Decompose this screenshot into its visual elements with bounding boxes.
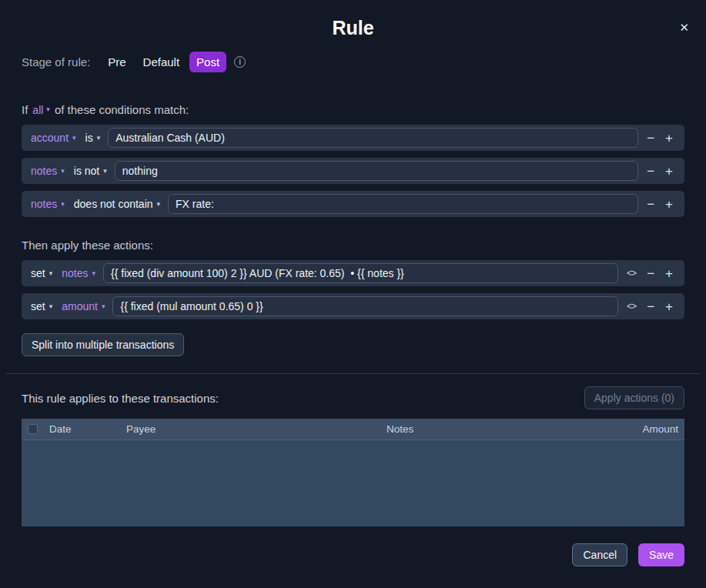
add-condition-button[interactable]: + [663,165,675,178]
condition-row: notes ▾ is not ▾ − + [22,158,684,184]
section-divider [5,373,701,374]
chevron-down-icon: ▾ [157,201,161,208]
conditions-intro: If all ▾ of these conditions match: [22,103,684,116]
plus-icon: + [665,164,673,179]
split-transactions-button[interactable]: Split into multiple transactions [22,333,184,356]
action-row: set ▾ amount ▾ <> − + [22,293,684,319]
action-value-input[interactable] [112,296,618,316]
stage-option-post[interactable]: Post [189,52,226,72]
condition-row: account ▾ is ▾ − + [22,125,684,151]
condition-value-input[interactable] [168,194,638,214]
condition-field-select[interactable]: account ▾ [29,132,78,144]
action-field-select[interactable]: amount ▾ [60,300,106,312]
save-button[interactable]: Save [638,543,684,566]
actions-label: Then apply these actions: [22,239,684,252]
stage-label: Stage of rule: [22,55,90,68]
transactions-label: This rule applies to these transactions: [22,392,219,405]
add-condition-button[interactable]: + [663,132,675,145]
stage-option-default[interactable]: Default [136,52,187,72]
chevron-down-icon: ▾ [61,168,65,175]
minus-icon: − [647,197,654,212]
match-op-select[interactable]: all ▾ [32,104,50,116]
condition-field-select[interactable]: notes ▾ [29,198,66,210]
code-icon: <> [627,268,636,279]
chevron-down-icon: ▾ [49,303,53,310]
column-header-payee: Payee [126,423,380,435]
minus-icon: − [647,299,654,314]
template-code-button[interactable]: <> [624,302,638,311]
template-code-button[interactable]: <> [624,269,638,278]
page-title: Rule [22,0,684,39]
condition-op-select[interactable]: does not contain ▾ [72,198,162,210]
close-button[interactable]: ✕ [679,22,689,33]
remove-condition-button[interactable]: − [644,198,657,211]
condition-op-select[interactable]: is ▾ [84,132,102,144]
condition-value-input[interactable] [115,161,638,181]
stage-row: Stage of rule: Pre Default Post i [22,52,684,72]
cancel-button[interactable]: Cancel [572,543,627,566]
action-op-select[interactable]: set ▾ [29,300,54,312]
plus-icon: + [665,299,673,314]
action-row: set ▾ notes ▾ <> − + [22,260,684,286]
chevron-down-icon: ▾ [46,106,50,113]
condition-row: notes ▾ does not contain ▾ − + [22,191,684,217]
chevron-down-icon: ▾ [102,303,105,310]
plus-icon: + [665,131,673,145]
chevron-down-icon: ▾ [103,168,107,175]
remove-action-button[interactable]: − [644,300,657,313]
plus-icon: + [665,266,673,281]
condition-value-input[interactable] [108,128,638,148]
add-action-button[interactable]: + [663,267,675,280]
chevron-down-icon: ▾ [92,270,95,277]
conditions-suffix: of these conditions match: [55,103,189,116]
info-icon[interactable]: i [234,56,246,68]
minus-icon: − [647,266,654,281]
plus-icon: + [665,197,673,212]
table-body-empty [22,440,684,526]
chevron-down-icon: ▾ [49,270,53,277]
minus-icon: − [647,131,654,145]
add-action-button[interactable]: + [663,300,675,313]
minus-icon: − [647,164,654,179]
action-rows: set ▾ notes ▾ <> − + set ▾ amount ▾ <> − [22,260,684,319]
action-value-input[interactable] [103,263,618,283]
select-all-checkbox[interactable] [28,424,38,434]
remove-condition-button[interactable]: − [644,132,657,145]
transactions-header: This rule applies to these transactions:… [22,386,684,409]
action-field-select[interactable]: notes ▾ [60,267,97,279]
stage-options: Pre Default Post [101,52,226,72]
chevron-down-icon: ▾ [72,135,76,142]
remove-action-button[interactable]: − [644,267,657,280]
condition-field-select[interactable]: notes ▾ [29,165,66,177]
condition-rows: account ▾ is ▾ − + notes ▾ is not ▾ − + [22,125,684,217]
apply-actions-button[interactable]: Apply actions (0) [584,386,684,409]
remove-condition-button[interactable]: − [644,165,657,178]
close-icon: ✕ [679,21,689,34]
action-op-select[interactable]: set ▾ [29,267,54,279]
stage-option-pre[interactable]: Pre [101,52,132,72]
add-condition-button[interactable]: + [663,198,675,211]
column-header-date: Date [49,423,120,435]
rule-modal: Rule ✕ Stage of rule: Pre Default Post i… [0,0,706,566]
table-header-row: Date Payee Notes Amount [22,419,684,440]
chevron-down-icon: ▾ [97,135,101,142]
conditions-prefix: If [22,103,28,116]
condition-op-select[interactable]: is not ▾ [72,165,109,177]
chevron-down-icon: ▾ [61,201,65,208]
footer: Cancel Save [22,543,684,566]
column-header-amount: Amount [594,423,678,435]
transactions-table: Date Payee Notes Amount [22,419,684,526]
code-icon: <> [627,301,636,312]
column-header-notes: Notes [386,423,587,435]
